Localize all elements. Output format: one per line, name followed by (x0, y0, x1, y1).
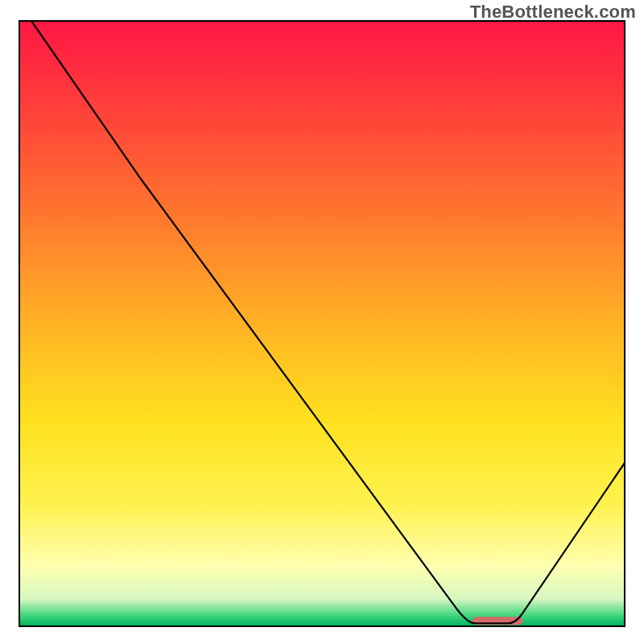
chart-frame: TheBottleneck.com (0, 0, 644, 644)
bottleneck-chart (0, 0, 644, 644)
chart-background (19, 21, 625, 626)
